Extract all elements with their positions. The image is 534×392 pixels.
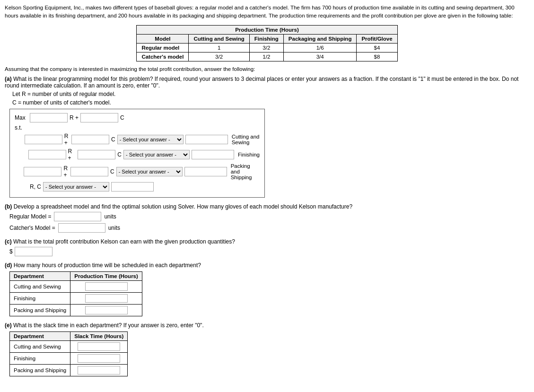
dept-d-finishing-input[interactable] bbox=[85, 294, 128, 303]
table-row: Packing and Shipping bbox=[10, 304, 142, 316]
part-c-label: (c) What is the total profit contributio… bbox=[5, 238, 529, 245]
part-a-text: What is the linear programming model for… bbox=[5, 76, 518, 89]
max-row: Max R + C bbox=[15, 113, 260, 122]
lp-model-box: Max R + C s.t. R + C - Select your answe… bbox=[9, 109, 265, 198]
dept-e-finishing-input[interactable] bbox=[78, 354, 120, 363]
profit-row: $ bbox=[9, 247, 529, 256]
c1-inequality-select[interactable]: - Select your answer - ≤ ≥ = bbox=[117, 135, 184, 144]
profit-input[interactable] bbox=[15, 247, 53, 256]
c3-inequality-select[interactable]: - Select your answer - ≤ ≥ = bbox=[116, 167, 183, 176]
c3-c-coeff-input[interactable] bbox=[70, 167, 108, 176]
dept-d-table: Department Production Time (Hours) Cutti… bbox=[9, 271, 142, 316]
row-catcher-packaging: 3/4 bbox=[283, 52, 357, 61]
dept-e-col-slack: Slack Time (Hours) bbox=[70, 331, 128, 340]
dept-d-packing-cell bbox=[70, 304, 142, 316]
dollar-sign: $ bbox=[9, 248, 13, 255]
dept-d-cutting-cell bbox=[70, 280, 142, 292]
constraint-finishing-row: R + C - Select your answer - ≤ ≥ = Finis… bbox=[15, 148, 260, 161]
dept-e-cutting-cell bbox=[70, 340, 128, 352]
dept-e-packing-cell bbox=[70, 364, 128, 376]
c3-rhs-input[interactable] bbox=[184, 167, 227, 176]
part-d-label: (d) How many hours of production time wi… bbox=[5, 262, 529, 269]
dept-d-finishing-cell bbox=[70, 292, 142, 304]
c3-r-coeff-input[interactable] bbox=[24, 167, 61, 176]
table-row: Regular model 1 3/2 1/6 $4 bbox=[137, 43, 397, 52]
max-r-coeff-input[interactable] bbox=[30, 113, 68, 122]
r-plus-label: R + bbox=[70, 114, 79, 121]
max-c-coeff-input[interactable] bbox=[80, 113, 118, 122]
part-e-label: (e) What is the slack time in each depar… bbox=[5, 322, 529, 329]
table-row: Packing and Shipping bbox=[10, 364, 128, 376]
var-def-c: C = number of units of catcher's model. bbox=[12, 99, 529, 106]
row-regular-profit: $4 bbox=[357, 43, 397, 52]
non-negativity-row: R, C - Select your answer - ≤ ≥ = bbox=[15, 182, 260, 192]
c2-label: Finishing bbox=[238, 152, 260, 157]
section-part-e: (e) What is the slack time in each depar… bbox=[5, 322, 529, 376]
dept-d-cutting-input[interactable] bbox=[85, 282, 128, 291]
col-profit: Profit/Glove bbox=[357, 34, 397, 43]
part-d-text: How many hours of production time will b… bbox=[14, 262, 201, 269]
table-row: Finishing bbox=[10, 292, 142, 304]
dept-e-finishing-label: Finishing bbox=[10, 352, 70, 364]
constraint-cutting-row: R + C - Select your answer - ≤ ≥ = Cutti… bbox=[15, 133, 260, 146]
table-row: Cutting and Sewing bbox=[10, 280, 142, 292]
col-finishing: Finishing bbox=[249, 34, 283, 43]
section-part-a: (a) What is the linear programming model… bbox=[5, 76, 529, 198]
rc-inequality-select[interactable]: - Select your answer - ≤ ≥ = bbox=[43, 182, 109, 192]
part-d-bold-label: (d) bbox=[5, 262, 12, 269]
dept-e-col-dept: Department bbox=[10, 331, 70, 340]
c2-rhs-input[interactable] bbox=[192, 150, 234, 159]
c1-c-label: C bbox=[111, 136, 115, 143]
max-label: Max bbox=[15, 114, 28, 121]
c3-r-plus: R + bbox=[63, 165, 69, 178]
regular-model-row: Regular Model = units bbox=[9, 212, 529, 221]
catchers-model-label: Catcher's Model = bbox=[9, 225, 55, 231]
part-b-label: (b) Develop a spreadsheet model and find… bbox=[5, 203, 529, 210]
dept-d-col-dept: Department bbox=[10, 271, 70, 280]
regular-model-label: Regular Model = bbox=[9, 213, 51, 220]
table-row: Cutting and Sewing bbox=[10, 340, 128, 352]
c1-r-plus: R + bbox=[64, 133, 70, 146]
row-regular-model: Regular model bbox=[137, 43, 189, 52]
c2-r-plus: R + bbox=[68, 148, 76, 161]
dept-d-packing-input[interactable] bbox=[85, 306, 128, 314]
c1-rhs-input[interactable] bbox=[185, 135, 228, 144]
st-row: s.t. bbox=[15, 124, 260, 131]
dept-e-cutting-label: Cutting and Sewing bbox=[10, 340, 70, 352]
c3-label: Packing and Shipping bbox=[231, 163, 260, 180]
c2-r-coeff-input[interactable] bbox=[28, 150, 66, 159]
row-regular-cutting: 1 bbox=[189, 43, 249, 52]
c2-c-label: C bbox=[117, 151, 122, 158]
dept-d-header-row: Department Production Time (Hours) bbox=[10, 271, 142, 280]
regular-model-input[interactable] bbox=[54, 212, 101, 221]
table-row: Catcher's model 3/2 1/2 3/4 $8 bbox=[137, 52, 397, 61]
c1-c-coeff-input[interactable] bbox=[71, 135, 109, 144]
part-b-bold-label: (b) bbox=[5, 203, 12, 210]
prod-table-title: Production Time (Hours) bbox=[137, 25, 397, 34]
section-part-d: (d) How many hours of production time wi… bbox=[5, 262, 529, 316]
rc-label: R, C bbox=[30, 183, 41, 190]
dept-e-cutting-input[interactable] bbox=[78, 342, 120, 351]
rc-rhs-input[interactable] bbox=[111, 182, 154, 192]
c2-c-coeff-input[interactable] bbox=[78, 150, 115, 159]
st-label: s.t. bbox=[15, 124, 28, 131]
c2-inequality-select[interactable]: - Select your answer - ≤ ≥ = bbox=[123, 150, 190, 159]
dept-e-packing-input[interactable] bbox=[78, 366, 120, 375]
dept-d-col-hours: Production Time (Hours) bbox=[70, 271, 142, 280]
row-regular-packaging: 1/6 bbox=[283, 43, 357, 52]
dept-e-table: Department Slack Time (Hours) Cutting an… bbox=[9, 331, 128, 376]
row-catcher-finishing: 1/2 bbox=[249, 52, 283, 61]
c-label: C bbox=[120, 114, 124, 121]
dept-e-header-row: Department Slack Time (Hours) bbox=[10, 331, 128, 340]
c1-r-coeff-input[interactable] bbox=[25, 135, 62, 144]
dept-e-finishing-cell bbox=[70, 352, 128, 364]
dept-d-cutting-label: Cutting and Sewing bbox=[10, 280, 70, 292]
row-catcher-cutting: 3/2 bbox=[189, 52, 249, 61]
col-cutting: Cutting and Sewing bbox=[189, 34, 249, 43]
row-regular-finishing: 3/2 bbox=[249, 43, 283, 52]
dept-e-packing-label: Packing and Shipping bbox=[10, 364, 70, 376]
section-part-c: (c) What is the total profit contributio… bbox=[5, 238, 529, 256]
part-a-label: (a) What is the linear programming model… bbox=[5, 76, 529, 89]
part-c-text: What is the total profit contribution Ke… bbox=[13, 238, 235, 245]
catchers-model-input[interactable] bbox=[58, 223, 105, 233]
